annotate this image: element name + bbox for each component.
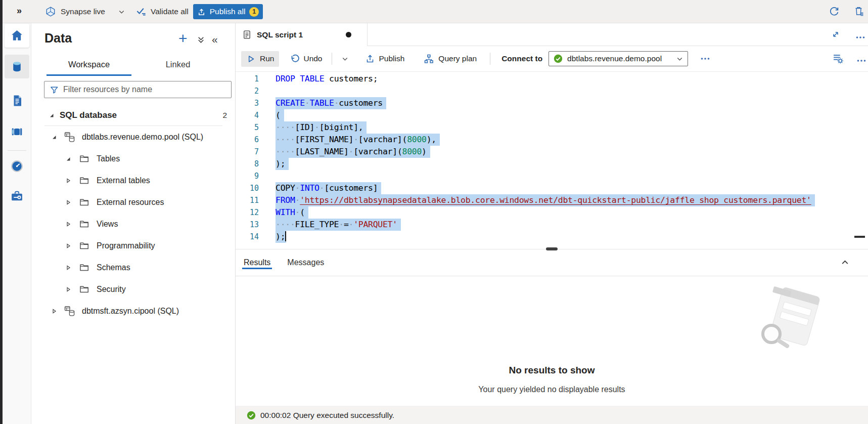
mode-selector[interactable]: Synapse live [45, 4, 125, 19]
rail-item-monitor[interactable] [5, 154, 29, 178]
run-label: Run [260, 54, 274, 63]
tab-messages[interactable]: Messages [287, 249, 324, 276]
status-message: 00:00:02 Query executed successfully. [260, 411, 394, 420]
line-number: 12 [236, 206, 259, 219]
collapsed-triangle-icon[interactable] [65, 221, 72, 228]
code-line-9[interactable]: 9 [236, 170, 868, 182]
tree-item-schemas[interactable]: Schemas [31, 257, 235, 278]
tree-item-programmability[interactable]: Programmability [31, 235, 235, 257]
tab-results[interactable]: Results [244, 249, 270, 276]
rail-item-integrate[interactable] [5, 120, 29, 144]
code-line-6[interactable]: 6····[FIRST_NAME]·[varchar](8000), [236, 134, 868, 146]
expand-nav-button[interactable]: » [17, 6, 21, 16]
tree-item-label: Tables [97, 154, 120, 163]
expand-editor-button[interactable] [831, 29, 841, 39]
code-line-11[interactable]: 11FROM·'https://dbtlabsynapsedatalake.bl… [236, 194, 868, 206]
line-content: ( [276, 109, 284, 121]
tree-item-external-resources[interactable]: External resources [31, 191, 235, 213]
code-line-8[interactable]: 8); [236, 158, 868, 170]
publish-count-badge: 1 [249, 7, 259, 17]
tree-item-label: Programmability [97, 241, 155, 250]
tree-item-views[interactable]: Views [31, 213, 235, 235]
folder-icon [79, 153, 89, 164]
collapsed-triangle-icon[interactable] [51, 308, 58, 315]
discard-all-button[interactable] [853, 5, 865, 17]
expanded-triangle-icon[interactable] [65, 155, 72, 162]
code-line-13[interactable]: 13····FILE_TYPE·=·'PARQUET' [236, 219, 868, 231]
sql-code-editor[interactable]: 1DROP TABLE customers;23CREATE·TABLE·cus… [236, 72, 868, 249]
refresh-button[interactable] [828, 5, 840, 17]
tab-linked[interactable]: Linked [133, 55, 222, 76]
line-content: ····[ID]·[bigint], [276, 121, 367, 134]
tree-item-security[interactable]: Security [31, 278, 235, 300]
expanded-triangle-icon[interactable] [51, 134, 58, 141]
code-line-12[interactable]: 12WITH·( [236, 206, 868, 219]
text-cursor [285, 231, 286, 241]
folder-icon [79, 284, 89, 294]
query-plan-button[interactable]: Query plan [419, 51, 482, 67]
selection-highlight: WITH·( [276, 206, 308, 219]
rail-item-home[interactable] [5, 24, 29, 48]
tab-workspace[interactable]: Workspace [44, 55, 133, 76]
code-line-2[interactable]: 2 [236, 85, 868, 97]
rail-item-develop[interactable] [5, 89, 29, 112]
selection-highlight: COPY·INTO·[customers] [276, 182, 381, 194]
rail-item-data[interactable] [5, 55, 29, 78]
collapsed-triangle-icon[interactable] [65, 199, 72, 206]
code-line-3[interactable]: 3CREATE·TABLE·customers [236, 97, 868, 109]
monitor-icon [10, 159, 24, 173]
collapse-all-button[interactable] [197, 35, 205, 44]
publish-all-button[interactable]: Publish all 1 [193, 4, 263, 19]
mode-label: Synapse live [61, 7, 105, 16]
line-content: ); [276, 158, 289, 170]
collapsed-triangle-icon[interactable] [65, 286, 72, 293]
tree-item-external-tables[interactable]: External tables [31, 169, 235, 191]
undo-button[interactable]: Undo [284, 51, 327, 67]
status-bar: 00:00:02 Query executed successfully. [236, 406, 868, 424]
code-line-5[interactable]: 5····[ID]·[bigint], [236, 121, 868, 134]
undo-redo-dropdown-button[interactable] [336, 52, 354, 66]
add-resource-button[interactable]: + [178, 31, 188, 46]
tab-more-actions-button[interactable] [855, 32, 865, 43]
code-line-7[interactable]: 7····[LAST_NAME]·[varchar](8000) [236, 146, 868, 158]
tree-item-tables[interactable]: Tables [31, 148, 235, 169]
line-content: ····FILE_TYPE·=·'PARQUET' [276, 219, 401, 231]
toolbar-more-button[interactable] [695, 51, 715, 67]
connection-dropdown[interactable]: dbtlabs.revenue.demo.pool [549, 51, 688, 66]
filter-icon [50, 85, 59, 95]
chevron-down-icon [676, 55, 683, 63]
tree-item-label: External resources [97, 198, 164, 207]
collapse-panel-button[interactable]: « [212, 33, 218, 46]
data-icon [10, 60, 24, 73]
selection-highlight: ····[FIRST_NAME]·[varchar](8000), [276, 134, 440, 146]
publish-all-label: Publish all [210, 7, 246, 16]
code-line-14[interactable]: 14); [236, 231, 868, 243]
sql-pool-icon [64, 305, 76, 317]
collapsed-triangle-icon[interactable] [65, 264, 72, 271]
line-content: DROP TABLE customers; [276, 73, 378, 85]
tree-item-label: External tables [97, 176, 150, 185]
tree-item-sql-database[interactable]: SQL database 2 [31, 104, 235, 126]
filter-resources-input[interactable] [63, 85, 231, 94]
editor-settings-button[interactable] [832, 53, 844, 64]
tree-item-dbtlabs-revenue-demo-pool-sql[interactable]: dbtlabs.revenue.demo.pool (SQL) [31, 126, 235, 148]
collapsed-triangle-icon[interactable] [65, 177, 72, 184]
tab-sql-script-1[interactable]: SQL script 1 [236, 23, 368, 46]
publish-upload-icon [197, 8, 206, 16]
run-button[interactable]: Run [241, 51, 279, 67]
toolbar-right-more-button[interactable] [856, 56, 866, 66]
validate-all-button[interactable]: Validate all [135, 4, 189, 19]
line-number: 10 [236, 182, 259, 194]
collapse-results-button[interactable] [840, 258, 850, 267]
overview-ruler-cursor-mark [854, 236, 865, 238]
tree-item-dbtmsft-azsyn-cipool-sql[interactable]: dbtmsft.azsyn.cipool (SQL) [31, 300, 235, 322]
code-line-1[interactable]: 1DROP TABLE customers; [236, 73, 868, 85]
tree-item-label: Views [97, 220, 118, 229]
code-line-4[interactable]: 4( [236, 109, 868, 121]
code-line-10[interactable]: 10COPY·INTO·[customers] [236, 182, 868, 194]
expanded-triangle-icon [48, 112, 55, 119]
collapsed-triangle-icon[interactable] [65, 242, 72, 249]
publish-button[interactable]: Publish [360, 51, 410, 67]
rail-item-manage[interactable] [5, 184, 29, 208]
line-content: ····[LAST_NAME]·[varchar](8000) [276, 146, 430, 158]
